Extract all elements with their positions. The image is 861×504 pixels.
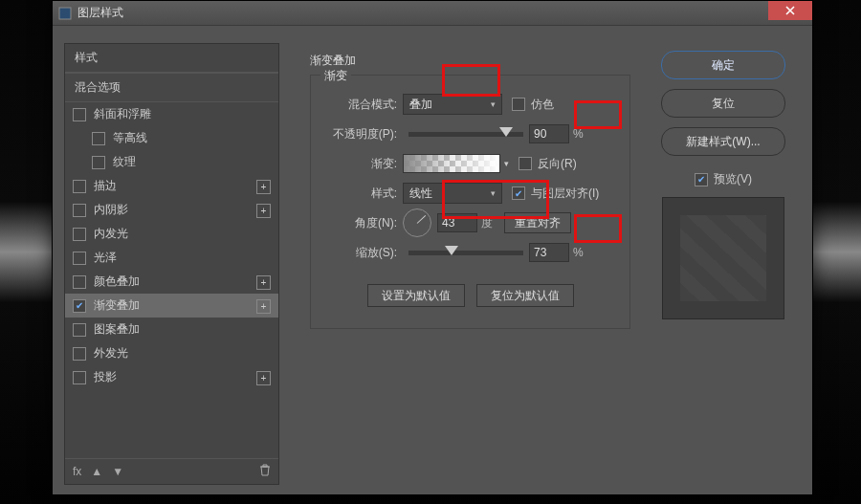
- style-label: 投影: [94, 369, 117, 385]
- style-item[interactable]: 内发光: [65, 222, 278, 246]
- angle-unit: 度: [481, 215, 493, 231]
- layer-style-dialog: 图层样式 样式 混合选项 斜面和浮雕等高线纹理描边+内阴影+内发光光泽颜色叠加+…: [52, 0, 813, 495]
- style-checkbox[interactable]: [73, 204, 86, 217]
- gradient-label: 渐变:: [320, 156, 403, 172]
- style-checkbox[interactable]: [73, 252, 86, 265]
- cancel-button[interactable]: 复位: [661, 89, 785, 118]
- preview-checkbox[interactable]: [695, 173, 708, 186]
- angle-input[interactable]: [437, 213, 477, 232]
- style-item[interactable]: 渐变叠加+: [65, 294, 278, 318]
- align-label: 与图层对齐(I): [531, 186, 599, 202]
- style-item[interactable]: 描边+: [65, 174, 278, 198]
- scale-unit: %: [573, 246, 584, 259]
- style-checkbox[interactable]: [73, 228, 86, 241]
- trash-icon[interactable]: [259, 464, 271, 479]
- style-label: 外发光: [94, 345, 128, 362]
- blend-mode-select[interactable]: 叠加▾: [403, 94, 502, 115]
- angle-dial[interactable]: [403, 208, 431, 237]
- style-checkbox[interactable]: [92, 132, 105, 145]
- scale-label: 缩放(S):: [320, 245, 403, 261]
- style-item[interactable]: 等高线: [65, 126, 278, 150]
- opacity-label: 不透明度(P):: [320, 126, 403, 142]
- arrow-up-icon[interactable]: ▲: [91, 465, 102, 478]
- blend-mode-value: 叠加: [409, 97, 432, 113]
- style-label: 颜色叠加: [94, 274, 140, 290]
- style-item[interactable]: 颜色叠加+: [65, 270, 278, 294]
- add-effect-icon[interactable]: +: [256, 299, 271, 314]
- style-item[interactable]: 光泽: [65, 246, 278, 270]
- style-item[interactable]: 斜面和浮雕: [65, 102, 278, 126]
- add-effect-icon[interactable]: +: [256, 180, 271, 194]
- style-checkbox[interactable]: [73, 275, 86, 289]
- style-checkbox[interactable]: [73, 108, 86, 121]
- reset-align-button[interactable]: 重置对齐: [504, 212, 571, 233]
- style-item[interactable]: 内阴影+: [65, 198, 278, 222]
- style-select[interactable]: 线性▾: [403, 183, 502, 204]
- chevron-down-icon[interactable]: ▾: [504, 159, 509, 168]
- fx-icon[interactable]: fx: [73, 465, 81, 478]
- blending-options-row[interactable]: 混合选项: [65, 73, 278, 102]
- window-title: 图层样式: [77, 5, 123, 21]
- opacity-input[interactable]: [529, 124, 569, 143]
- dither-label: 仿色: [531, 97, 554, 113]
- new-style-button[interactable]: 新建样式(W)...: [661, 127, 785, 156]
- dither-checkbox[interactable]: [512, 98, 525, 111]
- preview-label: 预览(V): [714, 171, 752, 187]
- style-label: 等高线: [113, 130, 147, 146]
- style-checkbox[interactable]: [73, 347, 86, 361]
- make-default-button[interactable]: 设置为默认值: [367, 284, 465, 307]
- style-item[interactable]: 外发光: [65, 341, 278, 365]
- gradient-picker[interactable]: [403, 154, 500, 173]
- align-checkbox[interactable]: [512, 186, 525, 200]
- style-label: 光泽: [94, 250, 117, 266]
- reset-default-button[interactable]: 复位为默认值: [476, 284, 574, 307]
- styles-list: 样式 混合选项 斜面和浮雕等高线纹理描边+内阴影+内发光光泽颜色叠加+渐变叠加+…: [64, 43, 279, 485]
- style-label: 内阴影: [94, 202, 128, 218]
- reverse-label: 反向(R): [538, 156, 577, 172]
- chevron-down-icon: ▾: [491, 188, 496, 198]
- style-label: 图案叠加: [94, 321, 140, 338]
- ok-button[interactable]: 确定: [661, 51, 785, 79]
- titlebar[interactable]: 图层样式: [53, 1, 812, 26]
- blend-mode-label: 混合模式:: [320, 97, 403, 113]
- gradient-overlay-panel: 渐变叠加 渐变 混合模式: 叠加▾ 仿色 不透明度(P):: [287, 26, 644, 493]
- add-effect-icon[interactable]: +: [256, 371, 271, 385]
- style-label: 描边: [94, 178, 117, 194]
- style-label: 渐变叠加: [94, 297, 140, 314]
- scale-slider[interactable]: [408, 251, 523, 255]
- styles-heading: 样式: [65, 44, 278, 73]
- close-button[interactable]: [768, 1, 812, 20]
- opacity-slider[interactable]: [408, 132, 523, 137]
- arrow-down-icon[interactable]: ▼: [112, 465, 123, 478]
- close-icon: [785, 6, 795, 15]
- add-effect-icon[interactable]: +: [256, 204, 271, 218]
- styles-footer: fx ▲ ▼: [65, 458, 278, 484]
- style-label: 内发光: [94, 226, 128, 242]
- opacity-unit: %: [573, 127, 584, 141]
- style-value: 线性: [409, 186, 432, 202]
- style-checkbox[interactable]: [73, 371, 86, 384]
- svg-rect-0: [59, 8, 71, 19]
- style-label: 纹理: [113, 154, 136, 170]
- app-icon: [58, 7, 72, 20]
- style-item[interactable]: 投影+: [65, 365, 278, 389]
- fieldset-legend: 渐变: [320, 68, 351, 84]
- style-item[interactable]: 纹理: [65, 150, 278, 174]
- preview-thumbnail: [662, 197, 784, 319]
- style-label: 斜面和浮雕: [94, 106, 151, 122]
- style-checkbox[interactable]: [73, 180, 86, 193]
- chevron-down-icon: ▾: [491, 99, 496, 109]
- section-title: 渐变叠加: [310, 53, 630, 69]
- scale-input[interactable]: [529, 243, 569, 262]
- style-checkbox[interactable]: [73, 299, 86, 313]
- add-effect-icon[interactable]: +: [256, 275, 271, 290]
- style-item[interactable]: 图案叠加: [65, 318, 278, 341]
- style-label: 样式:: [320, 186, 403, 202]
- angle-label: 角度(N):: [320, 215, 403, 231]
- style-checkbox[interactable]: [92, 156, 105, 169]
- style-checkbox[interactable]: [73, 323, 86, 337]
- reverse-checkbox[interactable]: [519, 157, 532, 170]
